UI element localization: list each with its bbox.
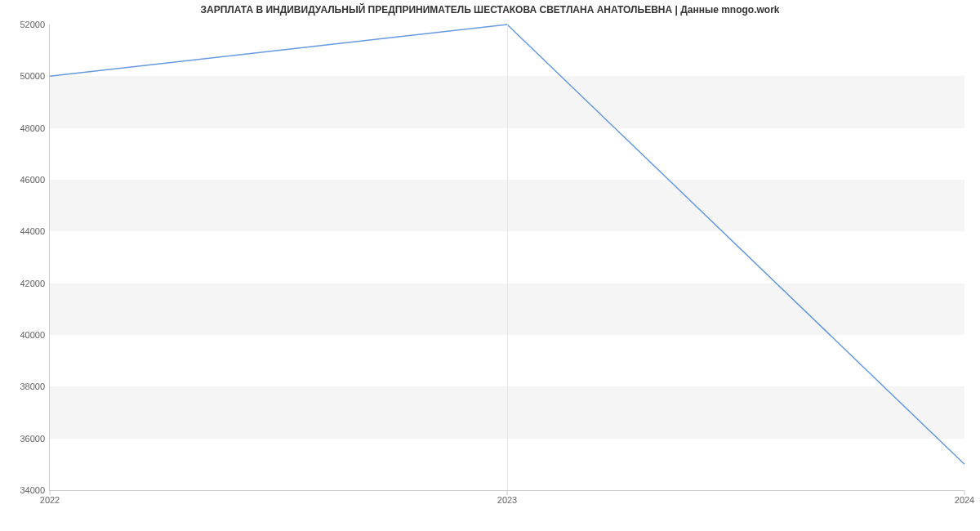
y-tick-label: 44000 <box>20 226 45 236</box>
plot-area: 2022202320243400036000380004000042000440… <box>49 25 964 491</box>
chart-title: ЗАРПЛАТА В ИНДИВИДУАЛЬНЫЙ ПРЕДПРИНИМАТЕЛ… <box>0 4 980 16</box>
y-tick-label: 50000 <box>20 71 45 81</box>
chart-container: ЗАРПЛАТА В ИНДИВИДУАЛЬНЫЙ ПРЕДПРИНИМАТЕЛ… <box>0 0 980 531</box>
x-tick-label: 2023 <box>497 495 517 505</box>
y-tick-label: 36000 <box>20 434 45 444</box>
x-tick-label: 2022 <box>40 495 60 505</box>
gridline-vertical <box>507 25 508 490</box>
x-tick-label: 2024 <box>955 495 974 505</box>
y-tick-label: 40000 <box>20 330 45 340</box>
y-tick-label: 38000 <box>20 382 45 391</box>
y-tick-label: 42000 <box>20 279 45 288</box>
y-tick-label: 46000 <box>20 175 45 185</box>
y-tick-label: 48000 <box>20 123 45 133</box>
y-tick-label: 34000 <box>20 485 45 495</box>
y-tick-label: 52000 <box>20 20 45 29</box>
